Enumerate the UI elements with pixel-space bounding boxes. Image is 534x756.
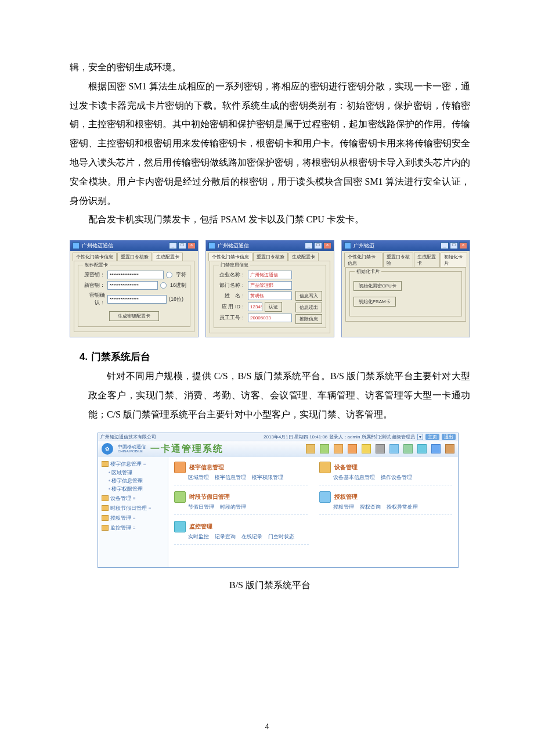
radio-char-label: 字符 — [176, 271, 186, 279]
tab-reset-pwd[interactable]: 重置口令核验 — [383, 253, 413, 267]
window-title: 广州铭迈通信 — [82, 242, 169, 250]
window-config-card: 广州铭迈通信 _ □ × 个性化门禁卡信息 重置口令核验 生成配置卡 制作配置卡… — [70, 240, 199, 337]
tab-card-info[interactable]: 个性化门禁卡信息 — [73, 253, 117, 261]
toolbar-icon[interactable] — [376, 444, 385, 453]
web-banner: ✿ 中国移动通信 CHINA MOBILE 一卡通管理系统 — [98, 441, 458, 457]
tab-card-info[interactable]: 个性化门禁卡信息 — [344, 253, 383, 267]
card-holiday: 时段节假日管理 节假日管理时段的管理 — [174, 491, 308, 515]
card-auth: 授权管理 授权管理授权查询授权异常处理 — [319, 491, 453, 515]
card-icon — [174, 491, 186, 503]
generate-config-card-button[interactable]: 生成密钥配置卡 — [109, 311, 159, 321]
card-link[interactable]: 记录查询 — [215, 534, 236, 541]
section-4-heading: 4.门禁系统后台 — [70, 350, 470, 363]
sidebar-group-auth[interactable]: 授权管理≡ — [98, 513, 168, 523]
tab-init-card[interactable]: 初始化卡片 — [441, 253, 467, 267]
card-link[interactable]: 楼宇信息管理 — [215, 474, 246, 481]
label-emp-no: 员工工号： — [218, 314, 246, 322]
toolbar-icon[interactable] — [306, 444, 315, 453]
input-company[interactable]: 广州铭迈通信 — [248, 271, 292, 279]
radio-char[interactable] — [166, 272, 172, 278]
tab-card-info[interactable]: 个性化门禁卡信息 — [208, 253, 252, 261]
toolbar-icon[interactable] — [389, 444, 399, 453]
input-app-id[interactable]: 123456 — [248, 303, 262, 311]
body-text: 辑，安全的密钥生成环境。 根据国密 SM1 算法生成相应的一系列密钥，将相应的密… — [70, 58, 470, 229]
card-link[interactable]: 时段的管理 — [220, 504, 246, 511]
toolbar-icon[interactable] — [348, 444, 357, 453]
maximize-button[interactable]: □ — [314, 242, 322, 249]
write-info-button[interactable]: 信息写入 — [295, 291, 322, 301]
window-title: 广州铭迈通信 — [218, 242, 305, 250]
input-confirm-key[interactable]: **************** — [107, 295, 167, 304]
read-info-button[interactable]: 信息读出 — [295, 303, 322, 312]
label-dept: 部门名称： — [218, 282, 246, 289]
init-sm-cpu-button[interactable]: 初始化国密CPU卡 — [353, 281, 402, 291]
folder-icon — [102, 495, 109, 501]
logout-button[interactable]: 退出 — [442, 434, 456, 440]
input-dept[interactable]: 产品管理部 — [248, 281, 292, 290]
sidebar-item[interactable]: 区域管理 — [98, 469, 168, 477]
toolbar-icon[interactable] — [417, 444, 427, 453]
section-4-body: 针对不同用户规模，提供 C/S，B/S 版门禁系统平台。B/S 版门禁系统平台主… — [70, 367, 470, 424]
card-link[interactable]: 实时监控 — [188, 534, 209, 541]
sidebar-group-device[interactable]: 设备管理≡ — [98, 494, 168, 503]
card-title: 时段节假日管理 — [189, 493, 230, 501]
section-4-p1: 针对不同用户规模，提供 C/S，B/S 版门禁系统平台。B/S 版门禁系统平台主… — [88, 367, 470, 424]
toolbar-icon[interactable] — [403, 444, 413, 453]
sidebar-item[interactable]: 楼宇权限管理 — [98, 485, 168, 494]
input-name[interactable]: 黄明钰 — [248, 291, 292, 300]
card-link[interactable]: 楼宇权限管理 — [252, 474, 283, 481]
figure-caption: B/S 版门禁系统平台 — [70, 579, 470, 592]
sidebar-group-holiday[interactable]: 时段节假日管理≡ — [98, 503, 168, 513]
init-psam-button[interactable]: 初始化PSAM卡 — [353, 297, 396, 307]
card-monitor: 监控管理 实时监控记录查询在线记录门空时状态 — [174, 521, 309, 545]
card-link[interactable]: 区域管理 — [188, 474, 209, 481]
minimize-button[interactable]: _ — [169, 242, 177, 249]
sidebar-group-monitor[interactable]: 监控管理≡ — [98, 523, 168, 533]
titlebar: 广州铭迈 _ □ × — [342, 240, 470, 251]
card-link[interactable]: 节假日管理 — [188, 504, 214, 511]
card-link[interactable]: 授权查询 — [360, 504, 381, 511]
card-link[interactable]: 授权管理 — [333, 504, 354, 511]
close-button[interactable]: × — [323, 242, 331, 249]
maximize-button[interactable]: □ — [178, 242, 186, 249]
toolbar-icon[interactable] — [362, 444, 371, 453]
card-building: 楼宇信息管理 区域管理楼宇信息管理楼宇权限管理 — [174, 462, 308, 485]
maximize-button[interactable]: □ — [450, 242, 458, 249]
sidebar-group-building[interactable]: 楼宇信息管理≡ — [98, 459, 168, 469]
tab-reset-pwd[interactable]: 重置口令核验 — [117, 253, 152, 261]
radio-hex[interactable] — [160, 282, 167, 289]
input-old-key[interactable]: **************** — [107, 271, 164, 279]
cmcc-logo-icon: ✿ — [102, 443, 113, 455]
toolbar-icon[interactable] — [320, 444, 329, 453]
minimize-button[interactable]: _ — [441, 242, 449, 249]
tab-gen-config[interactable]: 生成配置卡 — [414, 253, 441, 267]
card-link[interactable]: 授权异常处理 — [387, 504, 418, 511]
sidebar-item[interactable]: 楼宇信息管理 — [98, 477, 168, 485]
card-title: 监控管理 — [189, 523, 212, 531]
group-legend: 门禁应用信息 — [219, 262, 250, 268]
card-link[interactable]: 操作设备管理 — [381, 474, 412, 481]
toolbar-icon[interactable] — [445, 444, 454, 453]
erase-info-button[interactable]: 擦除信息 — [295, 314, 322, 324]
verify-button[interactable]: 认证 — [265, 302, 282, 312]
card-link[interactable]: 门空时状态 — [268, 534, 294, 541]
toolbar-icon[interactable] — [431, 444, 441, 453]
toolbar-icon[interactable] — [334, 444, 343, 453]
topbar-status: 2013年4月1日 星期四 10:41:06 登录人：admin 所属部门:测试… — [264, 434, 415, 440]
paragraph-2: 根据国密 SM1 算法生成相应的一系列密钥，将相应的密钥进行密钥分散，实现一卡一… — [70, 77, 470, 211]
tab-gen-config[interactable]: 生成配置卡 — [153, 253, 183, 261]
topbar-role-dropdown[interactable]: ▾ — [417, 434, 423, 440]
tab-reset-pwd[interactable]: 重置口令核验 — [253, 253, 288, 261]
close-button[interactable]: × — [187, 242, 196, 249]
card-link[interactable]: 在线记录 — [241, 534, 262, 541]
home-button[interactable]: 主页 — [425, 434, 439, 440]
close-button[interactable]: × — [459, 242, 467, 249]
minimize-button[interactable]: _ — [305, 242, 313, 249]
paragraph-3: 配合发卡机实现门禁发卡，包括 PSAM 发卡以及门禁 CPU 卡发卡。 — [70, 210, 470, 229]
radio-hex-label: 16进制 — [170, 282, 186, 289]
cmcc-logo-text: 中国移动通信 CHINA MOBILE — [118, 445, 146, 453]
card-link[interactable]: 设备基本信息管理 — [333, 474, 375, 481]
tab-gen-config[interactable]: 生成配置卡 — [288, 253, 319, 261]
input-new-key[interactable]: **************** — [107, 281, 158, 290]
input-emp-no[interactable]: 20005033 — [248, 314, 292, 322]
